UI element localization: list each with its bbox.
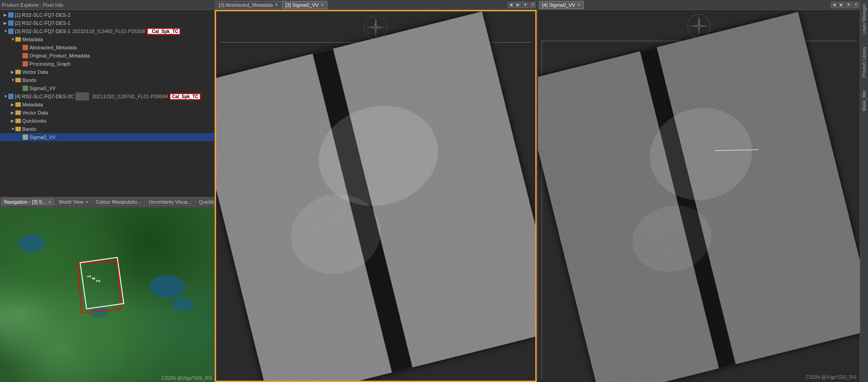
tree-label-3: [3] RS2-SLC-FQ7-DES-1 (15, 29, 71, 34)
svg-marker-14 (699, 25, 709, 28)
product-icon-2 (8, 20, 14, 26)
tree-label-4-metadata: Metadata (22, 102, 43, 107)
svg-marker-4 (376, 26, 386, 29)
tab-navigation[interactable]: Navigation - [3] S... ✕ (1, 198, 55, 206)
right-viewer-menu[interactable]: ▼ (845, 2, 852, 8)
tree-arrow-3-metadata[interactable]: ▼ (11, 37, 15, 42)
tree-item-2[interactable]: ▶ [2] RS2-SLC-FQ7-DES-1 (0, 19, 214, 27)
tree-arrow-4[interactable]: ▼ (4, 94, 8, 99)
tree-label-proc: Processing_Graph (29, 61, 71, 67)
tab-uncertainty-label: Uncertainty Visua... (149, 199, 192, 205)
tab-navigation-close[interactable]: ✕ (48, 200, 52, 205)
svg-text:N: N (375, 19, 377, 24)
tab-sigma-vv-4-active[interactable]: [4] Sigma0_VV ✕ (539, 1, 584, 9)
tree-item-sigma-vv-3[interactable]: Sigma0_VV (0, 84, 214, 92)
folder-icon-metadata (15, 37, 21, 42)
left-viewer-next[interactable]: ▶ (515, 2, 521, 8)
tree-arrow-4-bands[interactable]: ▼ (11, 127, 15, 131)
sidebar-layer-manager[interactable]: Layer Manager (861, 2, 868, 36)
tab-uncertainty[interactable]: Uncertainty Visua... (146, 198, 195, 206)
tab-quicklooks[interactable]: Quicklooks (196, 198, 214, 206)
tree-arrow-1[interactable]: ▶ (4, 13, 8, 17)
tree-item-proc-graph[interactable]: Processing_Graph (0, 60, 214, 68)
tree-arrow-vector[interactable]: ▶ (11, 70, 15, 74)
tree-label-4: [4] RS2-SLC-FQ7-DES-2C (15, 94, 74, 99)
tree-label-4-vector: Vector Data (22, 110, 48, 115)
tree-item-sigma-vv-4[interactable]: Sigma0_VV (0, 133, 214, 141)
tree-item-bands[interactable]: ▼ Bands (0, 76, 214, 84)
tree-arrow-bands[interactable]: ▼ (11, 78, 15, 82)
tree-item-4[interactable]: ▼ [4] RS2-SLC-FQ7-DES-2C 20211220_I12874… (0, 92, 214, 100)
tree-arrow-3[interactable]: ▼ (4, 29, 8, 33)
tree-label-1: [1] RS2-SLC-FQ7-DES-2 (15, 12, 71, 18)
tab-sigma-vv-3-label: [3] Sigma0_VV (285, 2, 318, 8)
tab-sigma-vv-3-close[interactable]: ✕ (321, 2, 324, 7)
tree-item-4-bands[interactable]: ▼ Bands (0, 125, 214, 133)
navigation-map[interactable]: 1 4 2 CSDN @Vigo*GIS_RS (0, 207, 214, 382)
folder-icon-vector (15, 70, 21, 74)
tree-arrow-4-quicklooks[interactable]: ▶ (11, 119, 15, 123)
right-viewer-next[interactable]: ▶ (838, 2, 844, 8)
left-viewer-menu[interactable]: ▼ (522, 2, 528, 8)
sidebar-product-library[interactable]: Product Library (861, 45, 868, 79)
tree-label-bands: Bands (22, 77, 36, 83)
meta-icon-proc (23, 61, 28, 67)
tree-item-3-metadata[interactable]: ▼ Metadata (0, 35, 214, 43)
viewers-section: [3] Abstracted_Metadata ✕ [3] Sigma0_VV … (215, 0, 860, 382)
folder-icon-bands (15, 78, 21, 82)
sidebar-mask-mer[interactable]: Mask_Mer (861, 88, 868, 113)
right-viewer-tabbar: [4] Sigma0_VV ✕ ◀ ▶ ▼ ✕ (538, 0, 860, 10)
tree-label-2: [2] RS2-SLC-FQ7-DES-1 (15, 20, 71, 26)
right-viewer-prev[interactable]: ◀ (831, 2, 837, 8)
pixel-info-title: Pixel Info (43, 2, 63, 8)
meta-icon-original (23, 53, 28, 58)
tree-item-abstracted-meta[interactable]: Abstracted_Metadata (0, 43, 214, 52)
bottom-tab-bar: Navigation - [3] S... ✕ World View ✕ Col… (0, 197, 214, 207)
tab-sigma-vv-3-active[interactable]: [3] Sigma0_VV ✕ (282, 1, 327, 9)
tree-item-4-metadata[interactable]: ▶ Metadata (0, 100, 214, 109)
tab-abstracted-close[interactable]: ✕ (274, 2, 278, 7)
tree-label-original: Original_Product_Metadata (29, 53, 90, 58)
tree-label-sigma-3: Sigma0_VV (29, 86, 56, 91)
folder-icon-4-meta (15, 102, 21, 107)
tree-item-1[interactable]: ▶ [1] RS2-SLC-FQ7-DES-2 (0, 11, 214, 19)
panel-header: Product Explorer Pixel Info (0, 0, 214, 10)
svg-marker-2 (374, 28, 377, 38)
tree-label-4-bands: Bands (22, 126, 36, 132)
water-body-2 (149, 275, 185, 298)
tab-abstracted-meta[interactable]: [3] Abstracted_Metadata ✕ (216, 1, 281, 9)
tree-item-4-quicklooks[interactable]: ▶ Quicklooks (0, 117, 214, 125)
tree-arrow-2[interactable]: ▶ (4, 21, 8, 25)
tab-world-view[interactable]: World View ✕ (56, 198, 92, 206)
product-tree: ▶ [1] RS2-SLC-FQ7-DES-2 ▶ [2] RS2-SLC-FQ… (0, 10, 214, 197)
sar-image-left (215, 11, 537, 382)
tab-sigma-vv-4-close[interactable]: ✕ (577, 2, 580, 7)
left-viewer-content[interactable]: N (215, 10, 537, 382)
tree-item-original-meta[interactable]: Original_Product_Metadata (0, 52, 214, 60)
tab-world-view-label: World View (59, 199, 84, 205)
right-viewer-close[interactable]: ✕ (853, 2, 859, 8)
folder-icon-4-vector (15, 110, 21, 115)
tab-colour-manip[interactable]: Colour Manipulatio... (93, 198, 145, 206)
left-viewer-prev[interactable]: ◀ (508, 2, 514, 8)
left-viewer-close[interactable]: ✕ (529, 2, 536, 8)
tree-item-vector[interactable]: ▶ Vector Data (0, 68, 214, 76)
tree-arrow-4-vector[interactable]: ▶ (11, 110, 15, 115)
product-explorer-title: Product Explorer (2, 2, 39, 8)
tab-navigation-label: Navigation - [3] S... (4, 199, 47, 205)
tree-label-vector: Vector Data (22, 69, 48, 75)
left-viewer-nav-btns: ◀ ▶ ▼ ✕ (508, 2, 536, 8)
tree-arrow-4-metadata[interactable]: ▶ (11, 102, 15, 107)
tree-item-4-vector[interactable]: ▶ Vector Data (0, 109, 214, 117)
bottom-panel: Navigation - [3] S... ✕ World View ✕ Col… (0, 197, 214, 382)
right-viewer-nav-btns: ◀ ▶ ▼ ✕ (831, 2, 859, 8)
right-sidebar: Layer Manager Product Library Mask_Mer (860, 0, 868, 382)
svg-text:N: N (698, 18, 700, 22)
cal-badge-4: Cal_Spk_TC (170, 93, 200, 100)
product-icon-4 (8, 94, 14, 99)
tree-value-3: 20210118_I13460_FL01-P26308 (72, 29, 145, 34)
tab-world-close[interactable]: ✕ (85, 200, 89, 205)
tree-item-3[interactable]: ▼ [3] RS2-SLC-FQ7-DES-1 20210118_I13460_… (0, 27, 214, 35)
footprint-4 (80, 257, 124, 309)
right-viewer-content[interactable]: N (538, 10, 860, 382)
